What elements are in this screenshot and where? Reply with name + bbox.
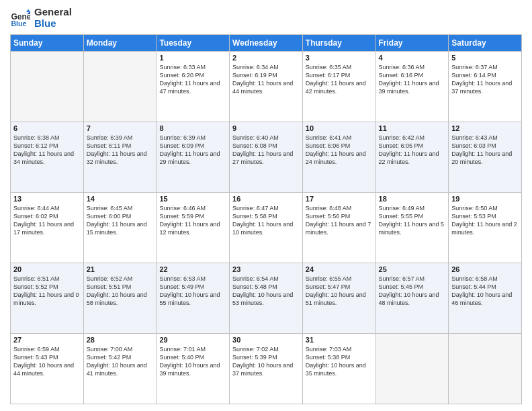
col-header-sunday: Sunday (11, 35, 84, 52)
week-row-1: 1Sunrise: 6:33 AM Sunset: 6:20 PM Daylig… (11, 52, 522, 122)
day-info: Sunrise: 7:01 AM Sunset: 5:40 PM Dayligh… (159, 345, 226, 378)
logo-icon: General Blue (10, 8, 30, 28)
day-cell: 8Sunrise: 6:39 AM Sunset: 6:09 PM Daylig… (157, 122, 230, 193)
day-number: 29 (159, 336, 226, 344)
day-number: 2 (232, 54, 300, 62)
day-number: 25 (379, 265, 446, 273)
day-cell: 16Sunrise: 6:47 AM Sunset: 5:58 PM Dayli… (230, 193, 303, 263)
day-number: 22 (159, 265, 226, 273)
day-cell: 20Sunrise: 6:51 AM Sunset: 5:52 PM Dayli… (11, 263, 84, 334)
day-cell: 1Sunrise: 6:33 AM Sunset: 6:20 PM Daylig… (157, 52, 230, 122)
day-cell: 27Sunrise: 6:59 AM Sunset: 5:43 PM Dayli… (11, 334, 84, 404)
day-cell: 6Sunrise: 6:38 AM Sunset: 6:12 PM Daylig… (11, 122, 84, 193)
logo: General Blue General Blue (10, 7, 72, 29)
day-number: 3 (306, 54, 373, 62)
day-info: Sunrise: 6:54 AM Sunset: 5:48 PM Dayligh… (232, 275, 300, 308)
day-cell: 29Sunrise: 7:01 AM Sunset: 5:40 PM Dayli… (157, 334, 230, 404)
day-cell: 9Sunrise: 6:40 AM Sunset: 6:08 PM Daylig… (230, 122, 303, 193)
day-number: 7 (87, 124, 154, 132)
day-info: Sunrise: 6:48 AM Sunset: 5:56 PM Dayligh… (306, 204, 373, 237)
day-cell: 2Sunrise: 6:34 AM Sunset: 6:19 PM Daylig… (230, 52, 303, 122)
day-number: 24 (306, 265, 373, 273)
calendar-header-row: SundayMondayTuesdayWednesdayThursdayFrid… (11, 35, 522, 52)
day-info: Sunrise: 6:41 AM Sunset: 6:06 PM Dayligh… (306, 134, 373, 167)
day-info: Sunrise: 6:33 AM Sunset: 6:20 PM Dayligh… (159, 63, 226, 96)
header: General Blue General Blue (10, 7, 522, 29)
day-info: Sunrise: 6:35 AM Sunset: 6:17 PM Dayligh… (306, 63, 373, 96)
day-number: 11 (379, 124, 446, 132)
day-info: Sunrise: 6:50 AM Sunset: 5:53 PM Dayligh… (451, 204, 519, 237)
day-number: 10 (306, 124, 373, 132)
day-info: Sunrise: 7:02 AM Sunset: 5:39 PM Dayligh… (232, 345, 300, 378)
day-number: 19 (451, 195, 519, 203)
day-number: 6 (13, 124, 81, 132)
day-number: 31 (306, 336, 373, 344)
day-number: 17 (306, 195, 373, 203)
week-row-4: 20Sunrise: 6:51 AM Sunset: 5:52 PM Dayli… (11, 263, 522, 334)
day-info: Sunrise: 6:34 AM Sunset: 6:19 PM Dayligh… (232, 63, 300, 96)
day-info: Sunrise: 6:59 AM Sunset: 5:43 PM Dayligh… (13, 345, 81, 378)
day-cell: 7Sunrise: 6:39 AM Sunset: 6:11 PM Daylig… (83, 122, 157, 193)
col-header-friday: Friday (375, 35, 449, 52)
day-cell: 30Sunrise: 7:02 AM Sunset: 5:39 PM Dayli… (230, 334, 303, 404)
day-number: 4 (379, 54, 446, 62)
day-cell: 10Sunrise: 6:41 AM Sunset: 6:06 PM Dayli… (302, 122, 375, 193)
day-cell (375, 334, 449, 404)
day-number: 20 (13, 265, 81, 273)
day-cell: 26Sunrise: 6:58 AM Sunset: 5:44 PM Dayli… (449, 263, 522, 334)
day-number: 8 (159, 124, 226, 132)
day-cell: 15Sunrise: 6:46 AM Sunset: 5:59 PM Dayli… (157, 193, 230, 263)
col-header-monday: Monday (83, 35, 157, 52)
day-info: Sunrise: 6:52 AM Sunset: 5:51 PM Dayligh… (87, 275, 154, 308)
logo-blue: Blue (34, 18, 72, 30)
day-cell: 12Sunrise: 6:43 AM Sunset: 6:03 PM Dayli… (449, 122, 522, 193)
day-number: 30 (232, 336, 300, 344)
day-cell (11, 52, 84, 122)
day-info: Sunrise: 6:39 AM Sunset: 6:11 PM Dayligh… (87, 134, 154, 167)
day-number: 5 (451, 54, 519, 62)
day-cell: 14Sunrise: 6:45 AM Sunset: 6:00 PM Dayli… (83, 193, 157, 263)
day-info: Sunrise: 6:55 AM Sunset: 5:47 PM Dayligh… (306, 275, 373, 308)
day-info: Sunrise: 6:53 AM Sunset: 5:49 PM Dayligh… (159, 275, 226, 308)
svg-text:Blue: Blue (11, 19, 27, 28)
day-cell: 25Sunrise: 6:57 AM Sunset: 5:45 PM Dayli… (375, 263, 449, 334)
day-cell: 22Sunrise: 6:53 AM Sunset: 5:49 PM Dayli… (157, 263, 230, 334)
page: General Blue General Blue SundayMondayTu… (0, 0, 532, 411)
day-cell: 13Sunrise: 6:44 AM Sunset: 6:02 PM Dayli… (11, 193, 84, 263)
day-cell: 17Sunrise: 6:48 AM Sunset: 5:56 PM Dayli… (302, 193, 375, 263)
day-info: Sunrise: 6:40 AM Sunset: 6:08 PM Dayligh… (232, 134, 300, 167)
day-number: 14 (87, 195, 154, 203)
day-cell: 28Sunrise: 7:00 AM Sunset: 5:42 PM Dayli… (83, 334, 157, 404)
day-info: Sunrise: 6:47 AM Sunset: 5:58 PM Dayligh… (232, 204, 300, 237)
logo-general: General (34, 7, 72, 18)
day-number: 1 (159, 54, 226, 62)
day-info: Sunrise: 6:39 AM Sunset: 6:09 PM Dayligh… (159, 134, 226, 167)
day-info: Sunrise: 6:46 AM Sunset: 5:59 PM Dayligh… (159, 204, 226, 237)
day-info: Sunrise: 6:43 AM Sunset: 6:03 PM Dayligh… (451, 134, 519, 167)
day-cell: 23Sunrise: 6:54 AM Sunset: 5:48 PM Dayli… (230, 263, 303, 334)
day-number: 28 (87, 336, 154, 344)
day-number: 15 (159, 195, 226, 203)
day-info: Sunrise: 6:51 AM Sunset: 5:52 PM Dayligh… (13, 275, 81, 308)
day-number: 23 (232, 265, 300, 273)
col-header-saturday: Saturday (449, 35, 522, 52)
day-cell: 11Sunrise: 6:42 AM Sunset: 6:05 PM Dayli… (375, 122, 449, 193)
day-cell (83, 52, 157, 122)
day-number: 18 (379, 195, 446, 203)
day-number: 12 (451, 124, 519, 132)
col-header-wednesday: Wednesday (230, 35, 303, 52)
day-info: Sunrise: 6:58 AM Sunset: 5:44 PM Dayligh… (451, 275, 519, 308)
day-number: 26 (451, 265, 519, 273)
day-cell: 24Sunrise: 6:55 AM Sunset: 5:47 PM Dayli… (302, 263, 375, 334)
day-cell: 18Sunrise: 6:49 AM Sunset: 5:55 PM Dayli… (375, 193, 449, 263)
day-cell (449, 334, 522, 404)
svg-marker-2 (26, 9, 30, 12)
day-info: Sunrise: 6:38 AM Sunset: 6:12 PM Dayligh… (13, 134, 81, 167)
day-cell: 4Sunrise: 6:36 AM Sunset: 6:16 PM Daylig… (375, 52, 449, 122)
day-cell: 31Sunrise: 7:03 AM Sunset: 5:38 PM Dayli… (302, 334, 375, 404)
day-number: 21 (87, 265, 154, 273)
day-info: Sunrise: 7:03 AM Sunset: 5:38 PM Dayligh… (306, 345, 373, 378)
col-header-tuesday: Tuesday (157, 35, 230, 52)
day-cell: 5Sunrise: 6:37 AM Sunset: 6:14 PM Daylig… (449, 52, 522, 122)
col-header-thursday: Thursday (302, 35, 375, 52)
